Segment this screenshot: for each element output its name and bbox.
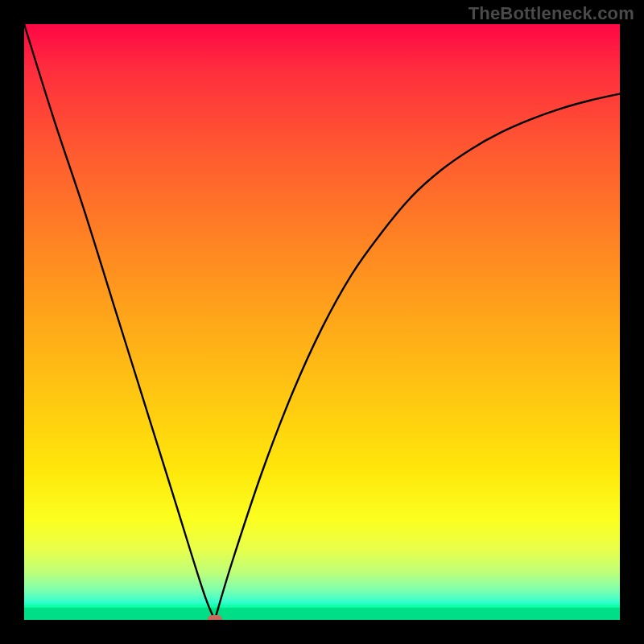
curve-left-branch	[24, 24, 215, 620]
curve-right-branch	[215, 94, 620, 620]
bottleneck-curve	[24, 24, 620, 620]
watermark-text: TheBottleneck.com	[469, 3, 634, 24]
plot-area	[24, 24, 620, 620]
chart-frame: TheBottleneck.com	[0, 0, 644, 644]
minimum-marker	[208, 615, 222, 620]
